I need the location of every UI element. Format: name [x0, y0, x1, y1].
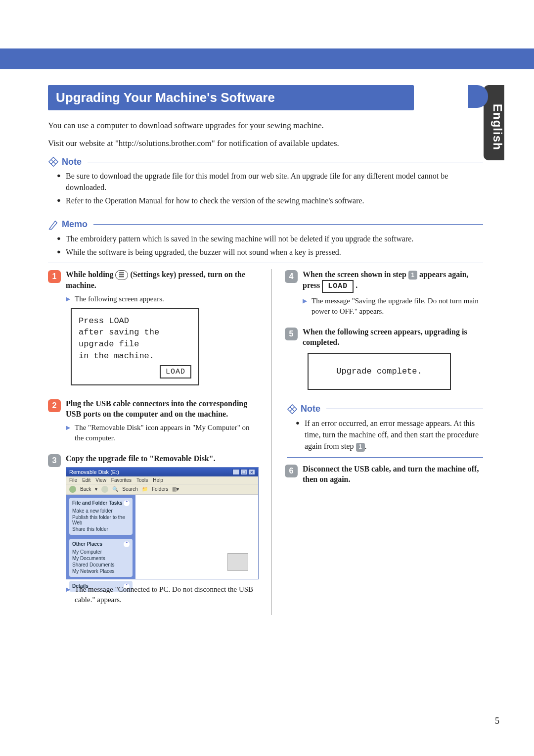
note-header: Note — [48, 156, 483, 167]
memo-icon — [48, 219, 59, 230]
window-title: Removable Disk (E:) — [69, 469, 119, 475]
back-icon[interactable] — [69, 486, 76, 493]
chevron-up-icon[interactable]: ˄ — [124, 500, 130, 506]
upgrade-file-icon[interactable] — [227, 553, 248, 571]
lcd-line: after saving the — [79, 327, 191, 338]
note-list: Be sure to download the upgrade file for… — [48, 170, 483, 207]
sidebar-panel-places: Other Places˄ My Computer My Documents S… — [69, 539, 133, 577]
title-bar-end-curve — [468, 85, 488, 108]
intro-line-2: Visit our website at "http://solutions.b… — [48, 137, 483, 150]
window-main-area[interactable] — [135, 495, 258, 579]
step-3: 3 Copy the upgrade file to "Removable Di… — [48, 453, 259, 609]
step-6: 6 Disconnect the USB cable, and turn the… — [285, 464, 483, 488]
page-content: Upgrading Your Machine's Software You ca… — [48, 85, 483, 615]
note-icon — [48, 156, 59, 167]
note-rule — [88, 162, 483, 162]
maximize-icon: □ — [240, 469, 247, 475]
step-badge-6: 6 — [285, 465, 298, 477]
header-accent-bar — [0, 48, 534, 69]
settings-key-icon: ☰ — [115, 270, 128, 280]
close-icon: × — [248, 469, 255, 475]
window-titlebar: Removable Disk (E:) _□× — [66, 468, 258, 476]
step-1-title: While holding ☰ (Settings key) pressed, … — [66, 269, 259, 291]
lcd-line: Press LOAD — [79, 315, 191, 327]
window-menubar[interactable]: FileEditViewFavoritesToolsHelp — [66, 476, 258, 484]
step-4-title: When the screen shown in step 1 appears … — [303, 269, 483, 293]
step-2-sub: The "Removable Disk" icon appears in "My… — [66, 423, 259, 443]
note2-end-rule — [287, 457, 483, 458]
sidebar-item[interactable]: Shared Documents — [72, 562, 130, 568]
step-1-sub: The following screen appears. — [66, 294, 259, 304]
step-3-title: Copy the upgrade file to "Removable Disk… — [66, 453, 259, 464]
note-rule — [326, 409, 483, 409]
step-3-sub: The message "Connected to PC. Do not dis… — [66, 584, 259, 605]
steps-columns: 1 While holding ☰ (Settings key) pressed… — [48, 269, 483, 615]
step-5-title: When the following screen appears, upgra… — [303, 327, 483, 348]
column-divider — [271, 269, 272, 615]
step-badge-1: 1 — [48, 270, 61, 283]
step-1: 1 While holding ☰ (Settings key) pressed… — [48, 269, 259, 392]
sidebar-item[interactable]: Share this folder — [72, 526, 130, 532]
step-ref-1-icon: 1 — [356, 443, 365, 452]
explorer-window: Removable Disk (E:) _□× FileEditViewFavo… — [66, 467, 259, 579]
memo-list: The embroidery pattern which is saved in… — [48, 233, 483, 258]
step-4-sub: The message "Saving the upgrade file. Do… — [303, 296, 483, 317]
step-2: 2 Plug the USB cable connectors into the… — [48, 398, 259, 447]
step-badge-2: 2 — [48, 399, 61, 412]
step-2-title: Plug the USB cable connectors into the c… — [66, 398, 259, 420]
memo-item: While the software is being upgraded, th… — [57, 246, 483, 258]
sidebar-panel-tasks: File and Folder Tasks˄ Make a new folder… — [69, 498, 133, 535]
chevron-up-icon[interactable]: ˄ — [124, 541, 130, 547]
note2-item: If an error occurred, an error message a… — [296, 418, 483, 452]
window-sidebar: File and Folder Tasks˄ Make a new folder… — [66, 495, 135, 579]
memo-label: Memo — [62, 219, 88, 230]
page-number: 5 — [495, 716, 499, 726]
lcd-load-button[interactable]: LOAD — [160, 365, 191, 378]
left-column: 1 While holding ☰ (Settings key) pressed… — [48, 269, 259, 615]
forward-icon[interactable] — [101, 486, 108, 493]
right-column: 4 When the screen shown in step 1 appear… — [285, 269, 483, 615]
memo-item: The embroidery pattern which is saved in… — [57, 233, 483, 244]
lcd-screen-2: Upgrade complete. — [308, 353, 451, 390]
memo-rule — [93, 224, 483, 225]
intro-line-1: You can use a computer to download softw… — [48, 119, 483, 132]
note-end-rule — [48, 212, 483, 212]
step-badge-3: 3 — [48, 454, 61, 467]
lcd-line: in the machine. — [79, 350, 191, 362]
lcd-line: upgrade file — [79, 338, 191, 350]
note2-header: Note — [287, 404, 483, 415]
sidebar-item[interactable]: Make a new folder — [72, 508, 130, 514]
sidebar-item[interactable]: My Network Places — [72, 568, 130, 574]
memo-end-rule — [48, 263, 483, 263]
lcd-screen-1: Press LOAD after saving the upgrade file… — [71, 308, 199, 385]
step-ref-1-icon: 1 — [408, 271, 417, 280]
window-toolbar[interactable]: Back ▾ 🔍Search 📁Folders ▥▾ — [66, 484, 258, 495]
note-label: Note — [62, 157, 82, 167]
sidebar-item[interactable]: My Documents — [72, 555, 130, 562]
note-label: Note — [301, 404, 320, 414]
sidebar-item[interactable]: My Computer — [72, 549, 130, 555]
note-item: Be sure to download the upgrade file for… — [57, 170, 483, 193]
minimize-icon: _ — [232, 469, 239, 475]
note-item: Refer to the Operation Manual for how to… — [57, 195, 483, 206]
memo-header: Memo — [48, 219, 483, 230]
section-title: Upgrading Your Machine's Software — [48, 85, 414, 110]
step-5: 5 When the following screen appears, upg… — [285, 327, 483, 397]
step-6-title: Disconnect the USB cable, and turn the m… — [303, 464, 483, 485]
sidebar-item[interactable]: Publish this folder to the Web — [72, 514, 130, 526]
note2-list: If an error occurred, an error message a… — [287, 418, 483, 452]
note-icon — [287, 404, 298, 415]
step-badge-4: 4 — [285, 270, 298, 283]
step-4: 4 When the screen shown in step 1 appear… — [285, 269, 483, 321]
load-button-inline[interactable]: LOAD — [322, 280, 354, 293]
step-badge-5: 5 — [285, 328, 298, 340]
window-controls[interactable]: _□× — [231, 469, 255, 475]
